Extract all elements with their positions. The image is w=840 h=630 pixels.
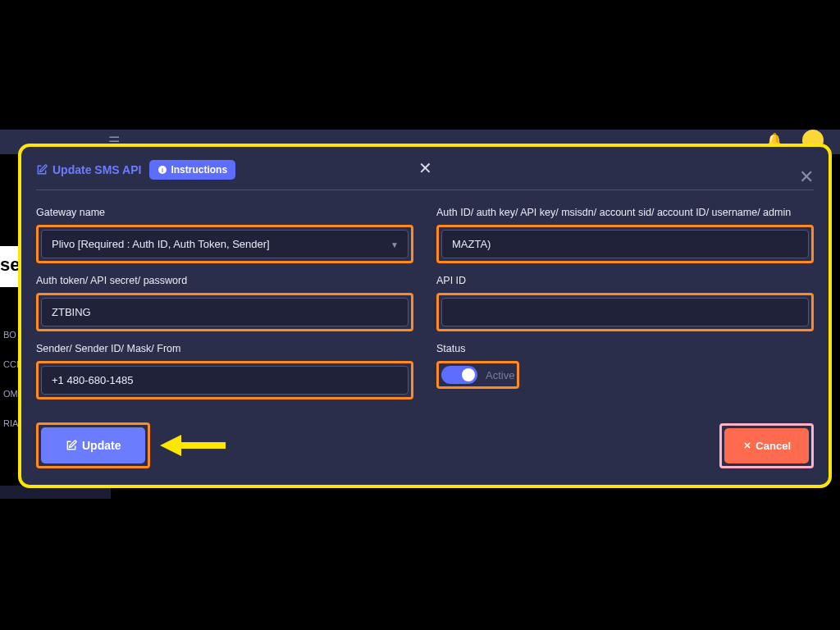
close-icon [742, 441, 752, 450]
highlight-box: Plivo [Required : Auth ID, Auth Token, S… [36, 225, 413, 263]
authtoken-field-group: Auth token/ API secret/ password [36, 275, 413, 331]
cancel-button-label: Cancel [756, 440, 791, 452]
svg-text:i: i [162, 167, 163, 173]
apiid-label: API ID [436, 275, 814, 286]
highlight-box: Cancel [719, 423, 814, 468]
update-sms-api-modal: Update SMS API i Instructions ✕ ✕ Gatewa… [18, 144, 832, 488]
close-center-button[interactable]: ✕ [418, 158, 432, 178]
authid-label: Auth ID/ auth key/ API key/ msisdn/ acco… [436, 207, 814, 218]
gateway-label: Gateway name [36, 207, 413, 218]
highlight-box [436, 225, 814, 263]
update-button[interactable]: Update [41, 427, 145, 463]
apiid-input[interactable] [441, 298, 809, 326]
highlight-box: Active [436, 361, 519, 389]
apiid-field-group: API ID [436, 275, 814, 331]
status-toggle[interactable] [441, 366, 477, 384]
sender-field-group: Sender/ Sender ID/ Mask/ From [36, 343, 413, 399]
instructions-button[interactable]: i Instructions [149, 160, 235, 180]
arrow-annotation [160, 435, 226, 456]
highlight-box: Update [36, 422, 150, 468]
edit-icon [66, 440, 77, 451]
modal-title-text: Update SMS API [52, 163, 141, 176]
gateway-select[interactable]: Plivo [Required : Auth ID, Auth Token, S… [41, 230, 409, 258]
authid-field-group: Auth ID/ auth key/ API key/ msisdn/ acco… [436, 207, 814, 263]
authtoken-input[interactable] [41, 298, 409, 326]
instructions-label: Instructions [171, 164, 227, 176]
cancel-button[interactable]: Cancel [724, 428, 809, 463]
close-corner-button[interactable]: ✕ [799, 167, 814, 188]
modal-footer: Update Cancel [36, 422, 814, 468]
form-grid: Gateway name Plivo [Required : Auth ID, … [36, 207, 814, 399]
status-label: Status [436, 343, 814, 354]
update-button-label: Update [82, 439, 121, 452]
highlight-box [36, 361, 413, 399]
highlight-box [36, 293, 413, 331]
status-state-text: Active [486, 369, 514, 381]
sender-input[interactable] [41, 366, 409, 395]
sender-label: Sender/ Sender ID/ Mask/ From [36, 343, 413, 354]
edit-icon [36, 164, 48, 176]
info-icon: i [158, 165, 167, 175]
status-field-group: Status Active [436, 343, 814, 399]
modal-title: Update SMS API [36, 163, 141, 176]
highlight-box [436, 293, 814, 331]
gateway-field-group: Gateway name Plivo [Required : Auth ID, … [36, 207, 413, 263]
background-fragment: se [0, 246, 18, 287]
authtoken-label: Auth token/ API secret/ password [36, 275, 413, 286]
authid-input[interactable] [441, 230, 809, 258]
modal-header: Update SMS API i Instructions ✕ ✕ [36, 160, 814, 190]
